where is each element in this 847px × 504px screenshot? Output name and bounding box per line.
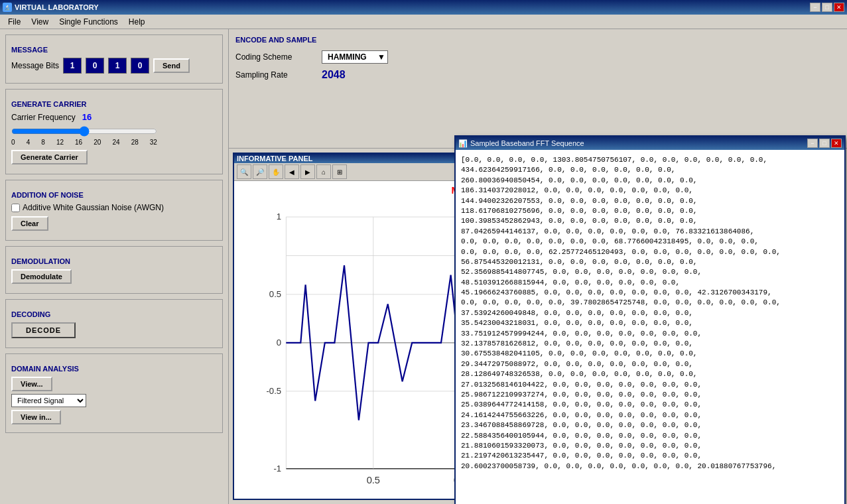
coding-scheme-dropdown[interactable]: HAMMING NONE (322, 50, 388, 64)
carrier-slider[interactable] (11, 126, 157, 137)
filtered-signal-dropdown[interactable]: Filtered Signal (11, 394, 86, 407)
awgn-label: Additive White Gaussian Noise (AWGN) (23, 203, 164, 212)
send-button[interactable]: Send (153, 58, 190, 73)
menu-help[interactable]: Help (123, 16, 151, 28)
home-button[interactable]: ⌂ (316, 164, 331, 179)
demodulate-button[interactable]: Demodulate (11, 269, 72, 284)
fft-popup-btns: − □ ✕ (807, 139, 842, 148)
title-bar-buttons: − □ ✕ (810, 3, 844, 12)
title-bar: 🔬 VIRTUAL LABORATORY − □ ✕ (0, 0, 847, 15)
close-button[interactable]: ✕ (834, 3, 844, 12)
generate-carrier-button[interactable]: Generate Carrier (11, 150, 88, 164)
carrier-freq-row: Carrier Frequency 16 (11, 112, 217, 122)
bit-3[interactable]: 1 (108, 58, 127, 74)
bit-4[interactable]: 0 (131, 58, 149, 74)
slider-labels: 0 4 8 12 16 20 24 28 32 (11, 139, 157, 146)
fft-icon: 📊 (458, 139, 468, 148)
back-button[interactable]: ◀ (285, 164, 299, 179)
grid-button[interactable]: ⊞ (332, 164, 347, 179)
fft-title-left: 📊 Sampled Baseband FFT Sequence (458, 139, 584, 148)
fft-minimize-button[interactable]: − (807, 139, 818, 148)
encode-title: ENCODE AND SAMPLE (235, 36, 840, 44)
decode-button[interactable]: DECODE (11, 322, 76, 338)
maximize-button[interactable]: □ (822, 3, 832, 12)
message-bits-label: Message Bits (11, 61, 59, 70)
zoom-out-button[interactable]: 🔎 (253, 164, 267, 179)
svg-text:-0.5: -0.5 (266, 386, 281, 396)
coding-scheme-row: Coding Scheme HAMMING NONE ▼ (235, 50, 840, 64)
message-bits-row: Message Bits 1 0 1 0 Send (11, 58, 217, 74)
clear-button[interactable]: Clear (11, 216, 48, 231)
noise-section: ADDITION OF NOISE Additive White Gaussia… (5, 180, 223, 241)
svg-text:0.5: 0.5 (269, 289, 281, 299)
fft-content[interactable]: [0.0, 0.0, 0.0, 0.0, 1303.8054750756107,… (456, 150, 844, 504)
sampling-rate-label: Sampling Rate (235, 70, 315, 80)
filtered-signal-row: Filtered Signal (11, 394, 217, 407)
gen-carrier-btn-row: Generate Carrier (11, 150, 217, 164)
menu-view[interactable]: View (26, 16, 54, 28)
right-area: ENCODE AND SAMPLE Coding Scheme HAMMING … (229, 29, 847, 504)
awgn-checkbox[interactable] (11, 204, 20, 212)
view-button-2[interactable]: View in... (11, 410, 61, 424)
domain-title: DOMAIN ANALYSIS (11, 365, 217, 373)
view-in-row1: View... (11, 377, 217, 391)
demodulation-section: DEMODULATION Demodulate (5, 246, 223, 294)
main-content: MESSAGE Message Bits 1 0 1 0 Send GENERA… (0, 29, 847, 504)
sampling-rate-value: 2048 (322, 69, 346, 81)
bit-2[interactable]: 0 (86, 58, 104, 74)
fft-title: Sampled Baseband FFT Sequence (470, 139, 584, 147)
demodulate-btn-row: Demodulate (11, 269, 217, 284)
view-in-row2: View in... (11, 410, 217, 424)
noise-title: ADDITION OF NOISE (11, 191, 217, 199)
sampling-rate-row: Sampling Rate 2048 (235, 69, 840, 81)
svg-text:-1: -1 (273, 464, 281, 473)
forward-button[interactable]: ▶ (300, 164, 315, 179)
info-panel-title: INFORMATIVE PANEL (237, 155, 312, 162)
fft-title-bar: 📊 Sampled Baseband FFT Sequence − □ ✕ (456, 137, 844, 150)
carrier-slider-container: 0 4 8 12 16 20 24 28 32 (11, 126, 217, 146)
fft-close-button[interactable]: ✕ (831, 139, 842, 148)
pan-button[interactable]: ✋ (269, 164, 283, 179)
carrier-freq-label: Carrier Frequency (11, 113, 76, 122)
hamming-dropdown-wrapper: HAMMING NONE ▼ (322, 50, 388, 64)
view-button-1[interactable]: View... (11, 377, 52, 391)
domain-section: DOMAIN ANALYSIS View... Filtered Signal … (5, 353, 223, 433)
encode-section: ENCODE AND SAMPLE Coding Scheme HAMMING … (229, 29, 847, 149)
left-panel: MESSAGE Message Bits 1 0 1 0 Send GENERA… (0, 29, 229, 504)
carrier-freq-value: 16 (82, 112, 92, 122)
zoom-in-button[interactable]: 🔍 (237, 164, 251, 179)
coding-scheme-label: Coding Scheme (235, 52, 315, 62)
title-bar-left: 🔬 VIRTUAL LABORATORY (3, 3, 99, 12)
decoding-title: DECODING (11, 310, 217, 318)
demodulation-title: DEMODULATION (11, 257, 217, 265)
menu-bar: File View Single Functions Help (0, 15, 847, 29)
minimize-button[interactable]: − (810, 3, 820, 12)
app-icon: 🔬 (3, 3, 12, 12)
menu-single-functions[interactable]: Single Functions (54, 16, 123, 28)
app-title: VIRTUAL LABORATORY (15, 3, 99, 11)
message-section: MESSAGE Message Bits 1 0 1 0 Send (5, 34, 223, 84)
svg-text:0.5: 0.5 (367, 475, 380, 485)
message-title: MESSAGE (11, 46, 217, 54)
carrier-title: GENERATE CARRIER (11, 100, 217, 108)
clear-btn-row: Clear (11, 216, 217, 231)
fft-maximize-button[interactable]: □ (819, 139, 830, 148)
svg-text:0: 0 (277, 338, 281, 347)
menu-file[interactable]: File (3, 16, 26, 28)
decode-btn-row: DECODE (11, 322, 217, 338)
carrier-section: GENERATE CARRIER Carrier Frequency 16 0 … (5, 89, 223, 174)
fft-text: [0.0, 0.0, 0.0, 0.0, 1303.8054750756107,… (461, 156, 781, 470)
decoding-section: DECODING DECODE (5, 299, 223, 348)
awgn-row: Additive White Gaussian Noise (AWGN) (11, 203, 217, 212)
bit-1[interactable]: 1 (63, 58, 82, 74)
fft-popup: 📊 Sampled Baseband FFT Sequence − □ ✕ [0… (454, 135, 846, 504)
svg-text:1: 1 (277, 212, 281, 221)
